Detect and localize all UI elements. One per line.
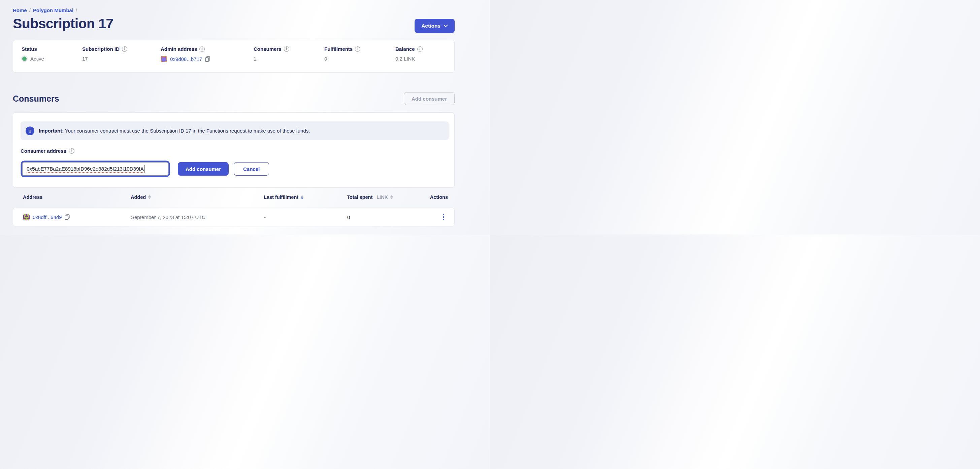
table-header-last-fulfillment[interactable]: Last fulfillment <box>264 195 347 200</box>
admin-address-label: Admin address <box>161 46 197 52</box>
info-icon[interactable] <box>284 46 289 52</box>
table-header-added[interactable]: Added <box>130 195 264 200</box>
add-consumer-submit-button[interactable]: Add consumer <box>178 162 229 176</box>
summary-consumers: Consumers 1 <box>254 46 324 62</box>
consumer-address-label: Consumer address <box>21 148 66 154</box>
summary-status: Status Active <box>22 46 82 62</box>
info-icon[interactable] <box>417 46 423 52</box>
info-icon[interactable] <box>355 46 360 52</box>
status-active-dot <box>22 57 27 61</box>
status-label: Status <box>22 46 37 52</box>
info-circle-icon <box>25 127 34 135</box>
kebab-menu-icon[interactable] <box>440 212 447 221</box>
balance-value: 0.2 LINK <box>395 56 415 62</box>
consumer-address-input-value: 0x5abE77Ba2aE8918bfD96e2e382d5f213f10D39… <box>27 166 144 172</box>
info-icon[interactable] <box>199 46 205 52</box>
summary-fulfillments: Fulfillments 0 <box>324 46 395 62</box>
consumer-address-cell: 0x8dff...64d9 <box>23 214 131 220</box>
add-consumer-form-card: Important: Your consumer contract must u… <box>13 112 455 188</box>
chevron-down-icon <box>444 25 448 27</box>
summary-admin-address: Admin address <box>161 46 254 62</box>
consumer-added-cell: September 7, 2023 at 15:07 UTC <box>131 214 264 220</box>
fulfillments-value: 0 <box>324 56 327 62</box>
admin-address-link[interactable]: 0x9d08...b717 <box>170 56 202 62</box>
breadcrumb-network-link[interactable]: Polygon Mumbai <box>33 7 73 13</box>
subscription-detail-page: Home/Polygon Mumbai/ Subscription 17 Act… <box>13 0 455 227</box>
fulfillments-label: Fulfillments <box>324 46 353 52</box>
consumer-last-fulfillment-cell: - <box>264 214 347 220</box>
subscription-summary-card: Status Active Subscription ID 17 Admin a… <box>13 40 455 73</box>
table-header-actions: Actions <box>421 195 448 200</box>
consumer-table-row: 0x8dff...64d9 September 7, 2023 at 15:07… <box>13 208 455 227</box>
info-icon[interactable] <box>69 148 75 154</box>
consumers-heading: Consumers <box>13 94 59 104</box>
consumers-value: 1 <box>254 56 256 62</box>
sort-icon-active[interactable] <box>301 195 304 200</box>
summary-subscription-id: Subscription ID 17 <box>82 46 161 62</box>
page-title: Subscription 17 <box>13 16 455 32</box>
sort-icon[interactable] <box>148 195 151 200</box>
consumer-actions-cell <box>421 212 447 221</box>
add-consumer-button-disabled[interactable]: Add consumer <box>404 92 455 105</box>
info-icon[interactable] <box>122 46 127 52</box>
consumer-identicon <box>23 214 30 220</box>
breadcrumb-separator: / <box>76 7 77 13</box>
table-header-address: Address <box>23 195 130 200</box>
consumers-label: Consumers <box>254 46 282 52</box>
banner-text: Important: Your consumer contract must u… <box>39 128 310 133</box>
admin-identicon <box>161 56 167 62</box>
cancel-button[interactable]: Cancel <box>234 162 269 176</box>
consumer-address-input[interactable]: 0x5abE77Ba2aE8918bfD96e2e382d5f213f10D39… <box>22 162 169 176</box>
breadcrumb-home-link[interactable]: Home <box>13 7 27 13</box>
important-banner: Important: Your consumer contract must u… <box>21 122 449 140</box>
balance-label: Balance <box>395 46 415 52</box>
subscription-id-label: Subscription ID <box>82 46 119 52</box>
summary-balance: Balance 0.2 LINK <box>395 46 446 62</box>
status-value: Active <box>30 56 44 62</box>
total-spent-unit-label: LINK <box>377 195 388 200</box>
consumers-table-header: Address Added Last fulfillment Total spe… <box>13 192 455 202</box>
sort-icon[interactable] <box>390 195 393 200</box>
consumer-total-spent-cell: 0 <box>347 214 421 220</box>
text-caret <box>144 165 145 173</box>
breadcrumb: Home/Polygon Mumbai/ <box>13 7 455 13</box>
actions-button[interactable]: Actions <box>415 19 455 33</box>
subscription-id-value: 17 <box>82 56 88 62</box>
actions-button-label: Actions <box>421 23 441 29</box>
breadcrumb-separator: / <box>29 7 31 13</box>
consumer-address-link[interactable]: 0x8dff...64d9 <box>33 214 62 220</box>
copy-icon[interactable] <box>205 56 210 62</box>
copy-icon[interactable] <box>65 214 70 220</box>
table-header-total-spent[interactable]: Total spent LINK <box>347 195 421 200</box>
